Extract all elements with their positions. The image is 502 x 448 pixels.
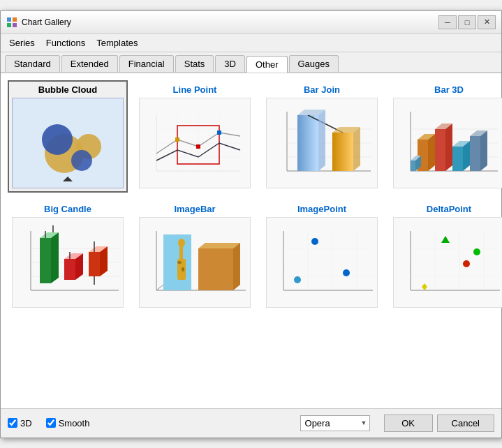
minimize-button[interactable]: ─ [438,15,457,29]
svg-marker-106 [422,283,427,290]
svg-rect-51 [411,160,415,171]
svg-rect-68 [89,252,100,276]
menu-series[interactable]: Series [3,36,40,50]
svg-point-104 [473,248,480,255]
delta-point-svg [397,221,501,304]
chart-big-candle-title: Big Candle [44,204,91,214]
chart-bar-3d[interactable]: Bar 3D [389,80,502,193]
svg-line-74 [156,285,163,290]
svg-rect-20 [217,130,221,135]
svg-point-93 [343,269,350,276]
svg-rect-59 [40,238,51,283]
chart-delta-point-title: DeltaPoint [427,204,471,214]
chart-bar-3d-preview [393,98,502,188]
chart-image-point[interactable]: ImagePoint [262,200,382,312]
svg-point-80 [182,267,184,271]
svg-rect-2 [7,23,11,27]
checkbox-smooth-text: Smooth [59,418,90,428]
svg-rect-0 [7,17,11,22]
checkbox-smooth[interactable] [46,418,56,428]
bar-join-svg [270,101,374,185]
svg-marker-82 [198,243,240,248]
chart-image-point-preview [266,217,378,308]
chart-bar-3d-title: Bar 3D [434,84,464,95]
svg-marker-60 [51,232,59,283]
chart-bubble-cloud-title: Bubble Cloud [38,84,98,95]
tab-financial[interactable]: Financial [119,55,174,72]
menu-templates[interactable]: Templates [91,36,143,50]
title-bar: Chart Gallery ─ □ ✕ [1,11,501,34]
menu-bar: Series Functions Templates [1,34,501,52]
chart-delta-point[interactable]: DeltaPoint [389,200,502,312]
chart-line-point-preview [139,98,251,188]
svg-marker-43 [445,124,452,171]
svg-marker-103 [441,236,450,243]
chart-line-point[interactable]: Line Point [135,80,255,193]
chart-big-candle[interactable]: Big Candle [8,200,128,312]
svg-point-6 [42,124,73,155]
tab-standard[interactable]: Standard [5,55,60,72]
image-point-svg [270,221,374,304]
big-candle-svg [15,221,120,304]
chart-grid: Bubble Cloud Line Point [8,80,494,312]
chart-big-candle-preview [12,217,124,308]
tab-3d[interactable]: 3D [215,55,245,72]
bar-3d-svg [397,101,501,185]
title-bar-left: Chart Gallery [6,17,71,28]
checkbox-3d[interactable] [8,418,17,428]
svg-rect-26 [297,115,318,171]
svg-marker-83 [233,243,240,290]
chart-image-bar-title: ImageBar [174,204,215,214]
maximize-button[interactable]: □ [458,15,476,29]
svg-rect-64 [64,259,75,280]
checkbox-3d-text: 3D [20,418,32,428]
svg-marker-40 [428,134,435,171]
action-buttons: OK Cancel [384,415,494,432]
window-icon [6,17,17,28]
chart-line-point-title: Line Point [173,84,217,95]
svg-rect-1 [13,17,17,22]
title-buttons: ─ □ ✕ [438,15,496,29]
svg-point-92 [311,238,318,245]
chart-image-point-title: ImagePoint [297,204,346,214]
svg-point-105 [463,260,470,267]
chart-bar-join[interactable]: Bar Join [262,80,382,193]
svg-rect-42 [435,129,445,171]
cancel-button[interactable]: Cancel [437,415,494,432]
main-window: Chart Gallery ─ □ ✕ Series Functions Tem… [0,10,502,438]
tab-other[interactable]: Other [246,56,288,73]
svg-rect-27 [332,133,353,171]
svg-rect-77 [179,245,183,262]
content-area: Bubble Cloud Line Point [1,73,501,408]
svg-rect-48 [470,136,480,171]
bubble-cloud-svg [15,101,120,185]
close-button[interactable]: ✕ [478,15,496,29]
image-bar-svg [142,221,247,304]
checkbox-smooth-label[interactable]: Smooth [46,418,90,428]
svg-marker-32 [353,127,360,171]
tab-extended[interactable]: Extended [61,55,118,72]
menu-functions[interactable]: Functions [40,36,91,50]
chart-image-bar-preview [139,217,251,308]
svg-rect-45 [452,147,463,171]
chart-image-bar[interactable]: ImageBar [135,200,255,312]
bottom-bar: 3D Smooth Opera Classic Modern OK Cancel [1,408,501,438]
svg-point-7 [71,150,92,171]
chart-bubble-cloud-preview [12,98,124,188]
svg-point-78 [178,239,185,247]
ok-button[interactable]: OK [384,415,433,432]
svg-rect-3 [13,23,17,27]
window-title: Chart Gallery [22,17,71,27]
dropdown-wrapper: Opera Classic Modern [300,415,370,431]
chart-bar-join-title: Bar Join [304,84,340,95]
chart-delta-point-preview [393,217,502,308]
svg-point-79 [177,261,182,264]
svg-marker-49 [480,130,487,171]
checkbox-3d-label[interactable]: 3D [8,418,32,428]
theme-dropdown[interactable]: Opera Classic Modern [300,415,370,431]
svg-marker-8 [63,177,73,181]
tabs-bar: Standard Extended Financial Stats 3D Oth… [1,52,501,73]
tab-stats[interactable]: Stats [175,55,214,72]
tab-gauges[interactable]: Gauges [289,55,339,72]
chart-bubble-cloud[interactable]: Bubble Cloud [8,80,128,193]
